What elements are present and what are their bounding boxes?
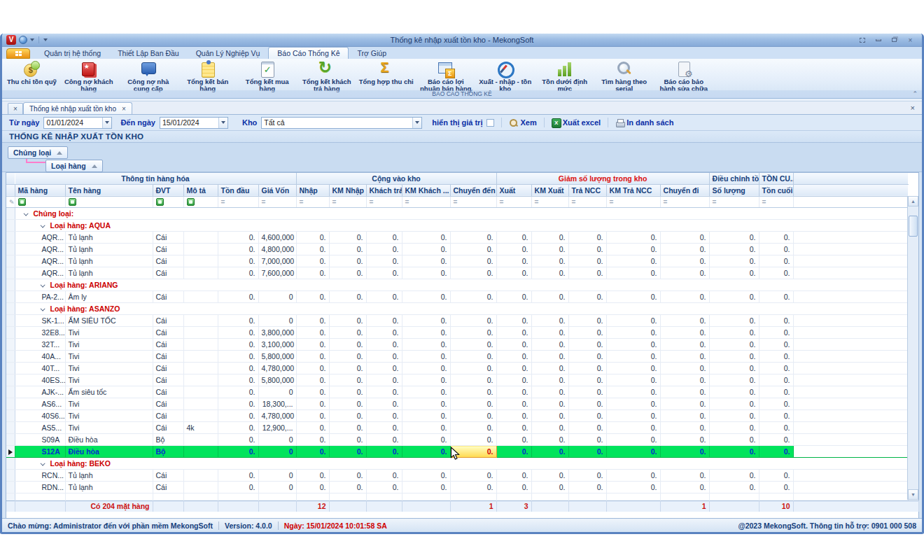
- cell[interactable]: 0.: [709, 386, 759, 398]
- cell[interactable]: 0.: [606, 386, 660, 398]
- file-menu-button[interactable]: [6, 48, 30, 59]
- cell[interactable]: 0.: [568, 255, 606, 267]
- cell[interactable]: 0.: [709, 339, 759, 351]
- cell[interactable]: 0.: [296, 422, 329, 434]
- cell[interactable]: 0.: [496, 446, 531, 458]
- cell[interactable]: 0.: [218, 351, 258, 363]
- cell[interactable]: [183, 232, 218, 244]
- cell[interactable]: 0.: [568, 351, 606, 363]
- column-header-km-nh-p[interactable]: KM Nhập: [329, 184, 366, 196]
- cell[interactable]: 0.: [450, 255, 496, 267]
- cell[interactable]: 0.: [329, 398, 366, 410]
- cell[interactable]: AQR...: [15, 255, 65, 267]
- cell[interactable]: 0.: [606, 446, 660, 458]
- cell[interactable]: 0.: [296, 267, 329, 279]
- cell[interactable]: 0.: [660, 339, 709, 351]
- column-header-nh-p[interactable]: Nhập: [296, 184, 329, 196]
- tabstrip-close-icon[interactable]: ×: [911, 104, 915, 112]
- group-row-label[interactable]: Chủng loại:: [15, 208, 909, 220]
- cell[interactable]: Tivi: [65, 398, 153, 410]
- cell[interactable]: 0.: [402, 482, 450, 493]
- cell[interactable]: 0.: [450, 339, 496, 351]
- cell[interactable]: 0.: [329, 374, 366, 386]
- ribbon-tab-thiết-lập-ban-đầu[interactable]: Thiết Lập Ban Đầu: [109, 48, 188, 59]
- column-header-km-xu-t[interactable]: KM Xuất: [531, 184, 568, 196]
- cell[interactable]: 0.: [496, 244, 531, 255]
- ribbon-button-returns-arrow[interactable]: Tổng kết khách trả hàng: [298, 59, 356, 94]
- cell[interactable]: [366, 493, 402, 500]
- collapse-chevron-icon[interactable]: [40, 223, 45, 228]
- tab-close-icon[interactable]: ×: [122, 105, 126, 113]
- table-row[interactable]: RCN...Tủ lạnhCái0.00.0.0.0.0.0.0.0.0.0.0…: [6, 470, 909, 482]
- cell[interactable]: 0.: [450, 327, 496, 339]
- cell[interactable]: 0.: [531, 363, 568, 374]
- cell[interactable]: [258, 493, 296, 500]
- cell[interactable]: S12A: [15, 446, 65, 458]
- cell[interactable]: 0.: [568, 363, 606, 374]
- cell[interactable]: 0.: [296, 374, 329, 386]
- table-row[interactable]: 32T...TiviCái0.3,100,0000.0.0.0.0.0.0.0.…: [6, 339, 909, 351]
- filter-cell[interactable]: =: [531, 196, 568, 207]
- cell[interactable]: 0.: [366, 398, 402, 410]
- cell[interactable]: 0.: [296, 351, 329, 363]
- cell[interactable]: 0.: [296, 255, 329, 267]
- filter-cell[interactable]: [183, 196, 218, 207]
- cell[interactable]: [606, 493, 660, 500]
- cell[interactable]: 0.: [450, 244, 496, 255]
- filter-cell[interactable]: =: [296, 196, 329, 207]
- ribbon-button-inventory-compass[interactable]: Xuất - nhập - tồn kho: [476, 59, 535, 94]
- cell[interactable]: 0.: [531, 339, 568, 351]
- ribbon-button-sigma[interactable]: Tổng hợp thu chi: [357, 59, 416, 86]
- cell[interactable]: 0.: [402, 291, 450, 303]
- cell[interactable]: 0.: [606, 315, 660, 327]
- cell[interactable]: 0.: [329, 291, 366, 303]
- cell[interactable]: AS6...: [15, 398, 65, 410]
- cell[interactable]: 0.: [402, 470, 450, 482]
- cell[interactable]: 0.: [709, 374, 759, 386]
- column-header-chuy-n-n[interactable]: Chuyển đến: [450, 184, 496, 196]
- cell[interactable]: 0.: [568, 327, 606, 339]
- cell[interactable]: 0.: [402, 315, 450, 327]
- group-row-label[interactable]: Loại hàng: ARIANG: [15, 279, 909, 291]
- collapse-chevron-icon[interactable]: [40, 283, 45, 288]
- cell[interactable]: 0.: [329, 267, 366, 279]
- ribbon-tab-báo-cáo-thống-kê[interactable]: Báo Cáo Thống Kê: [268, 47, 349, 59]
- cell[interactable]: 0.: [366, 244, 402, 255]
- cell[interactable]: 0.: [218, 422, 258, 434]
- cell[interactable]: 40A...: [15, 351, 65, 363]
- cell[interactable]: 0.: [296, 482, 329, 493]
- cell[interactable]: [183, 493, 218, 500]
- cell[interactable]: [183, 470, 218, 482]
- cell[interactable]: [153, 493, 183, 500]
- cell[interactable]: 0.: [606, 410, 660, 422]
- cell[interactable]: ẤM SIÊU TỐC: [65, 315, 153, 327]
- cell[interactable]: [183, 446, 218, 458]
- filter-cell[interactable]: [65, 196, 153, 207]
- cell[interactable]: 0.: [759, 267, 793, 279]
- cell[interactable]: 0.: [606, 351, 660, 363]
- cell[interactable]: 0.: [660, 446, 709, 458]
- cell[interactable]: Cái: [153, 255, 183, 267]
- cell[interactable]: 0: [258, 434, 296, 446]
- cell[interactable]: 0.: [709, 244, 759, 255]
- cell[interactable]: 0.: [660, 374, 709, 386]
- group-row-label[interactable]: Loại hàng: BEKO: [15, 458, 909, 470]
- cell[interactable]: 0: [258, 482, 296, 493]
- cell[interactable]: 0.: [218, 446, 258, 458]
- cell[interactable]: 0.: [329, 446, 366, 458]
- cell[interactable]: [531, 493, 568, 500]
- cell[interactable]: 0.: [402, 386, 450, 398]
- cell[interactable]: Tủ lạnh: [65, 267, 153, 279]
- cell[interactable]: [709, 493, 759, 500]
- ribbon-tab-quản-lý-nghiệp-vụ[interactable]: Quản Lý Nghiệp Vụ: [188, 48, 269, 59]
- cell[interactable]: 0.: [402, 232, 450, 244]
- cell[interactable]: Tủ lạnh: [65, 244, 153, 255]
- filter-cell[interactable]: =: [759, 196, 793, 207]
- table-row[interactable]: AQR...Tủ lạnhCái0.4,600,0000.0.0.0.0.0.0…: [6, 232, 909, 244]
- cell[interactable]: 40T...: [15, 363, 65, 374]
- cell[interactable]: 0.: [366, 386, 402, 398]
- cell[interactable]: 0.: [709, 398, 759, 410]
- cell[interactable]: 0.: [329, 434, 366, 446]
- cell[interactable]: 0.: [531, 351, 568, 363]
- table-row[interactable]: 32E8...TiviCái0.3,800,0000.0.0.0.0.0.0.0…: [6, 327, 909, 339]
